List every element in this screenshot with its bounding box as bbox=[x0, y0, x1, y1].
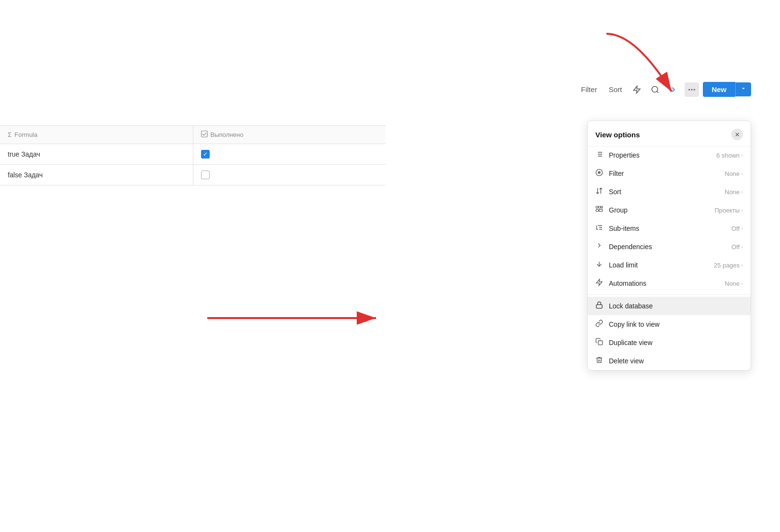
vypolneno-label: Выполнено bbox=[211, 131, 243, 138]
view-options-panel: View options ✕ Properties 6 shown › Filt… bbox=[587, 120, 751, 371]
delete-label: Delete view bbox=[609, 357, 743, 365]
dependencies-icon bbox=[595, 242, 609, 252]
svg-point-1 bbox=[652, 86, 658, 92]
chevron-icon: › bbox=[741, 152, 743, 158]
formula-cell-1: true Задач bbox=[0, 144, 193, 164]
formula-header: Σ Formula bbox=[0, 126, 193, 144]
automations-label: Automations bbox=[609, 279, 725, 287]
svg-marker-25 bbox=[596, 279, 602, 285]
automations-value: None › bbox=[725, 280, 743, 287]
properties-icon bbox=[595, 150, 609, 160]
filter-label: Filter bbox=[581, 85, 597, 93]
chevron-icon: › bbox=[741, 207, 743, 213]
panel-item-properties[interactable]: Properties 6 shown › bbox=[588, 146, 751, 164]
checkbox-unchecked[interactable] bbox=[201, 171, 210, 179]
svg-rect-18 bbox=[599, 206, 601, 208]
new-button[interactable]: New bbox=[703, 82, 735, 97]
chevron-icon: › bbox=[741, 171, 743, 176]
lock-database-label: Lock database bbox=[609, 302, 743, 310]
panel-header: View options ✕ bbox=[588, 121, 751, 146]
sort-item-value: None › bbox=[725, 188, 743, 196]
svg-rect-26 bbox=[596, 305, 602, 308]
panel-item-copy-link[interactable]: Copy link to view bbox=[588, 315, 751, 333]
automations-icon bbox=[595, 279, 609, 288]
copy-link-label: Copy link to view bbox=[609, 320, 743, 328]
sort-icon bbox=[595, 187, 609, 197]
panel-item-lock-database[interactable]: Lock database bbox=[588, 297, 751, 315]
svg-marker-0 bbox=[633, 86, 640, 93]
svg-rect-20 bbox=[596, 210, 598, 212]
new-button-group: New bbox=[703, 82, 751, 97]
sort-label: Sort bbox=[609, 85, 622, 93]
panel-item-subitems[interactable]: Sub-items Off › bbox=[588, 219, 751, 238]
group-item-label: Group bbox=[609, 206, 714, 214]
svg-rect-17 bbox=[596, 206, 598, 208]
toolbar: Filter Sort New bbox=[577, 82, 751, 97]
sort-item-label: Sort bbox=[609, 188, 725, 196]
check-icon bbox=[201, 131, 208, 139]
formula-cell-2: false Задач bbox=[0, 165, 193, 185]
table-header: Σ Formula Выполнено bbox=[0, 126, 386, 144]
new-dropdown-button[interactable] bbox=[735, 82, 751, 96]
formula-icon: Σ bbox=[8, 131, 12, 138]
panel-title: View options bbox=[595, 131, 640, 139]
sort-button[interactable]: Sort bbox=[605, 82, 626, 96]
dependencies-value: Off › bbox=[731, 243, 743, 251]
svg-point-5 bbox=[694, 89, 695, 90]
arrow-bottom bbox=[193, 299, 395, 337]
dependencies-label: Dependencies bbox=[609, 243, 731, 251]
filter-item-label: Filter bbox=[609, 170, 725, 177]
table-row: true Задач ✓ bbox=[0, 144, 386, 165]
panel-item-automations[interactable]: Automations None › bbox=[588, 274, 751, 293]
panel-item-sort[interactable]: Sort None › bbox=[588, 183, 751, 201]
properties-label: Properties bbox=[609, 151, 716, 159]
svg-point-3 bbox=[688, 89, 690, 90]
svg-point-4 bbox=[691, 89, 693, 90]
chevron-icon: › bbox=[741, 226, 743, 231]
load-limit-icon bbox=[595, 260, 609, 270]
subitems-label: Sub-items bbox=[609, 225, 731, 232]
svg-rect-21 bbox=[599, 210, 603, 212]
checkbox-checked[interactable]: ✓ bbox=[201, 150, 210, 159]
table-row: false Задач bbox=[0, 165, 386, 186]
chevron-icon: › bbox=[741, 244, 743, 250]
panel-close-button[interactable]: ✕ bbox=[731, 129, 743, 140]
trash-icon bbox=[595, 356, 609, 366]
duplicate-label: Duplicate view bbox=[609, 339, 743, 346]
panel-item-load-limit[interactable]: Load limit 25 pages › bbox=[588, 256, 751, 274]
checkbox-cell-2[interactable] bbox=[193, 165, 386, 185]
panel-divider bbox=[588, 294, 751, 295]
subitems-value: Off › bbox=[731, 225, 743, 232]
filter-icon bbox=[595, 169, 609, 178]
chevron-icon: › bbox=[741, 280, 743, 286]
load-limit-label: Load limit bbox=[609, 261, 714, 269]
svg-rect-19 bbox=[601, 206, 603, 208]
more-icon-button[interactable] bbox=[685, 82, 699, 97]
checkbox-cell-1[interactable]: ✓ bbox=[193, 144, 386, 164]
formula-label: Formula bbox=[14, 131, 38, 138]
link-icon bbox=[595, 319, 609, 329]
panel-item-filter[interactable]: Filter None › bbox=[588, 164, 751, 183]
properties-value: 6 shown › bbox=[716, 152, 743, 159]
duplicate-icon bbox=[595, 338, 609, 347]
panel-item-duplicate[interactable]: Duplicate view bbox=[588, 333, 751, 352]
panel-item-delete[interactable]: Delete view bbox=[588, 352, 751, 370]
vypolneno-header: Выполнено bbox=[193, 126, 386, 144]
dependency-icon-button[interactable] bbox=[666, 82, 681, 97]
load-limit-value: 25 pages › bbox=[714, 262, 743, 269]
panel-item-dependencies[interactable]: Dependencies Off › bbox=[588, 238, 751, 256]
group-item-value: Проекты › bbox=[714, 207, 743, 214]
panel-item-group[interactable]: Group Проекты › bbox=[588, 201, 751, 219]
filter-item-value: None › bbox=[725, 170, 743, 177]
search-icon-button[interactable] bbox=[648, 82, 662, 97]
table-area: Σ Formula Выполнено true Задач ✓ false З… bbox=[0, 125, 386, 186]
chevron-icon: › bbox=[741, 262, 743, 268]
chevron-icon: › bbox=[741, 189, 743, 195]
lock-icon bbox=[595, 301, 609, 311]
subitems-icon bbox=[595, 224, 609, 233]
lightning-icon-button[interactable] bbox=[630, 82, 644, 97]
svg-rect-7 bbox=[201, 131, 207, 137]
filter-button[interactable]: Filter bbox=[577, 82, 601, 96]
svg-rect-27 bbox=[598, 341, 603, 345]
group-icon bbox=[595, 205, 609, 215]
